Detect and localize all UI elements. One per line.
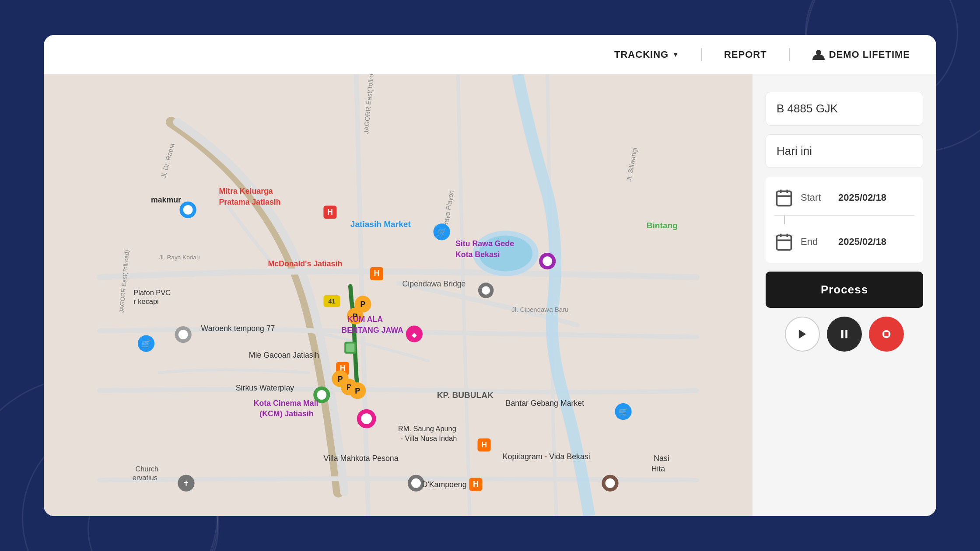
svg-text:KP. BUBULAK: KP. BUBULAK [437, 391, 494, 400]
play-button[interactable] [785, 317, 820, 352]
svg-rect-43 [346, 344, 354, 352]
svg-text:makmur: makmur [151, 195, 181, 204]
svg-text:Kota Bekasi: Kota Bekasi [455, 250, 500, 259]
svg-text:ervatius: ervatius [133, 474, 158, 481]
svg-point-53 [411, 478, 421, 488]
svg-point-19 [542, 256, 552, 266]
svg-point-25 [178, 330, 188, 339]
svg-text:Kota Cinema Mall: Kota Cinema Mall [254, 399, 318, 408]
nav-divider-2 [789, 48, 790, 61]
svg-text:H: H [374, 269, 379, 278]
pause-icon [838, 328, 850, 340]
svg-text:✝: ✝ [183, 479, 189, 488]
end-date-row[interactable]: End 2025/02/18 [774, 224, 914, 259]
svg-point-29 [361, 413, 372, 424]
header: TRACKING ▼ REPORT DEMO LIFETIME [44, 35, 936, 74]
start-date-row[interactable]: Start 2025/02/18 [774, 180, 914, 216]
svg-rect-99 [845, 330, 847, 338]
svg-text:JAGORR East(Tollroad): JAGORR East(Tollroad) [118, 250, 130, 313]
map-area[interactable]: Jl. Dr. Ratna JAGORR East(Tollroad) Jl. … [44, 74, 752, 516]
map-svg: Jl. Dr. Ratna JAGORR East(Tollroad) Jl. … [44, 74, 752, 516]
svg-point-11 [183, 205, 193, 215]
svg-text:P: P [355, 387, 360, 395]
svg-text:r kecapi: r kecapi [133, 297, 158, 305]
main-container: TRACKING ▼ REPORT DEMO LIFETIME [44, 35, 936, 516]
svg-text:Jatiasih Market: Jatiasih Market [350, 220, 411, 229]
svg-text:Mitra Keluarga: Mitra Keluarga [219, 187, 273, 195]
start-date-value: 2025/02/18 [838, 192, 886, 203]
body-area: Jl. Dr. Ratna JAGORR East(Tollroad) Jl. … [44, 74, 936, 516]
svg-text:Bantar Gebang Market: Bantar Gebang Market [506, 399, 584, 408]
svg-point-31 [317, 390, 326, 400]
svg-text:🛒: 🛒 [141, 339, 151, 349]
date-section: Start 2025/02/18 End 2025/02/18 [766, 177, 923, 263]
end-label: End [801, 236, 831, 248]
svg-text:Waroenk tempong 77: Waroenk tempong 77 [201, 324, 275, 333]
svg-point-21 [482, 286, 490, 295]
svg-text:🛒: 🛒 [437, 227, 447, 237]
svg-rect-101 [884, 332, 888, 336]
svg-text:(KCM) Jatiasih: (KCM) Jatiasih [259, 409, 313, 418]
play-icon [796, 328, 808, 340]
svg-marker-97 [799, 330, 806, 339]
svg-rect-89 [777, 191, 791, 206]
svg-text:◆: ◆ [412, 331, 417, 338]
report-label: REPORT [724, 49, 767, 60]
svg-text:H: H [473, 480, 479, 488]
stop-button[interactable] [869, 317, 904, 352]
svg-text:🛒: 🛒 [619, 407, 629, 417]
svg-text:Church: Church [135, 465, 158, 473]
svg-text:RM. Saung Apung: RM. Saung Apung [398, 425, 456, 432]
svg-text:McDonald's Jatiasih: McDonald's Jatiasih [268, 259, 342, 268]
tracking-label: TRACKING [614, 49, 668, 60]
svg-text:Mie Gacoan Jatiasih: Mie Gacoan Jatiasih [249, 351, 319, 359]
svg-text:H: H [327, 208, 333, 216]
svg-text:Hita: Hita [651, 464, 665, 473]
process-button[interactable]: Process [766, 272, 923, 308]
nav-user[interactable]: DEMO LIFETIME [812, 48, 910, 62]
svg-text:Kopitagram - Vida Bekasi: Kopitagram - Vida Bekasi [503, 452, 590, 461]
pause-button[interactable] [827, 317, 862, 352]
svg-text:Jl. Cipendawa Baru: Jl. Cipendawa Baru [511, 306, 568, 313]
svg-text:H: H [481, 440, 487, 449]
svg-text:Plafon PVC: Plafon PVC [133, 289, 171, 296]
user-label: DEMO LIFETIME [829, 49, 910, 60]
svg-point-57 [606, 478, 615, 488]
start-label: Start [801, 192, 831, 203]
nav-report[interactable]: REPORT [724, 49, 767, 60]
svg-text:D'Kampoeng: D'Kampoeng [422, 480, 467, 489]
svg-text:Sirkus Waterplay: Sirkus Waterplay [236, 384, 294, 392]
sidebar: B 4885 GJK Hari ini Start 2025/02/18 [752, 74, 936, 516]
svg-text:41: 41 [328, 297, 336, 305]
svg-text:KUM ALA: KUM ALA [347, 315, 383, 324]
svg-rect-98 [841, 330, 844, 338]
svg-text:Pratama Jatiasih: Pratama Jatiasih [219, 198, 281, 206]
playback-controls [766, 317, 923, 352]
svg-text:Villa Mahkota Pesona: Villa Mahkota Pesona [323, 454, 398, 463]
svg-text:- Villa Nusa Indah: - Villa Nusa Indah [400, 434, 457, 442]
svg-text:P: P [360, 300, 366, 309]
user-icon [812, 48, 826, 62]
period-input[interactable]: Hari ini [766, 134, 923, 168]
nav-tracking[interactable]: TRACKING ▼ [614, 49, 679, 60]
end-date-value: 2025/02/18 [838, 236, 886, 248]
svg-text:Bintang: Bintang [647, 221, 678, 230]
svg-text:Situ Rawa Gede: Situ Rawa Gede [455, 239, 514, 248]
calendar-end-icon [774, 232, 794, 251]
svg-text:JAGORR East(Tollroad): JAGORR East(Tollroad) [362, 74, 376, 134]
svg-text:BENTANG JAWA: BENTANG JAWA [341, 326, 403, 335]
nav-divider-1 [701, 48, 702, 61]
svg-text:Jl. Dr. Ratna: Jl. Dr. Ratna [159, 142, 176, 179]
svg-text:Nasi: Nasi [654, 454, 669, 463]
calendar-start-icon [774, 188, 794, 207]
nav: TRACKING ▼ REPORT DEMO LIFETIME [614, 48, 910, 62]
svg-text:Cipendawa Bridge: Cipendawa Bridge [402, 279, 466, 288]
svg-text:Jl. Siliwangi: Jl. Siliwangi [625, 147, 638, 182]
svg-text:P: P [338, 375, 343, 384]
stop-icon [880, 328, 892, 340]
tracking-dropdown-icon: ▼ [672, 51, 679, 59]
vehicle-id-input[interactable]: B 4885 GJK [766, 92, 923, 126]
svg-rect-93 [777, 235, 791, 250]
svg-text:Jl. Raya Kodau: Jl. Raya Kodau [159, 254, 200, 261]
